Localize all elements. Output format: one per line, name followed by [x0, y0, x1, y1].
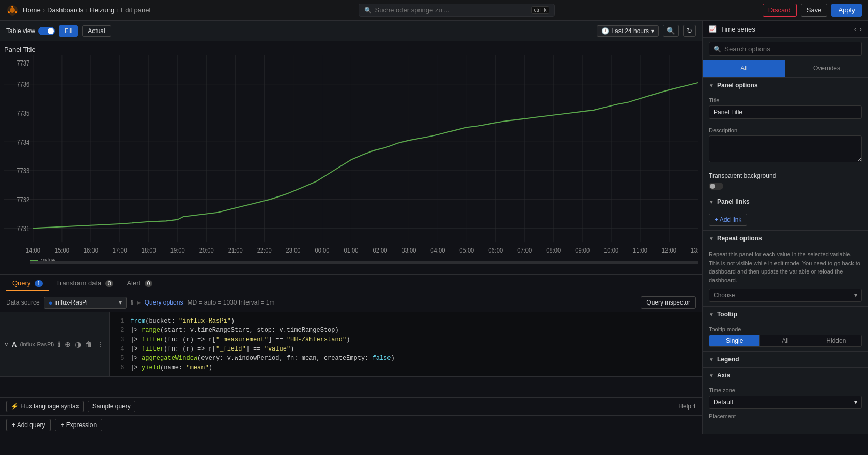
query-inspector-button[interactable]: Query inspector: [641, 296, 696, 309]
tooltip-header[interactable]: ▼ Tooltip: [703, 307, 868, 322]
flux-syntax-button[interactable]: ⚡ Flux language syntax: [6, 401, 84, 412]
tooltip-section: ▼ Tooltip Tooltip mode Single All Hidden: [703, 307, 868, 352]
svg-text:04:00: 04:00: [430, 247, 445, 254]
query-action-copy[interactable]: ⊕: [64, 339, 72, 350]
svg-text:01:00: 01:00: [344, 247, 359, 254]
svg-text:05:00: 05:00: [459, 247, 474, 254]
svg-text:21:00: 21:00: [228, 247, 243, 254]
tab-query[interactable]: Query 1: [6, 276, 49, 291]
repeat-variable-select[interactable]: Choose ▾: [709, 289, 862, 302]
tooltip-hidden-button[interactable]: Hidden: [811, 335, 861, 346]
svg-text:20:00: 20:00: [199, 247, 214, 254]
discard-button[interactable]: Discard: [763, 4, 797, 17]
svg-text:7735: 7735: [17, 110, 29, 117]
chevron-down-icon: ▾: [651, 27, 654, 35]
zoom-button[interactable]: 🔍: [663, 25, 679, 37]
tooltip-single-button[interactable]: Single: [709, 335, 760, 346]
add-link-button[interactable]: + Add link: [709, 214, 747, 226]
svg-text:17:00: 17:00: [113, 247, 127, 254]
query-options-link[interactable]: Query options: [145, 299, 183, 306]
svg-text:07:00: 07:00: [517, 247, 532, 254]
tz-label: Time zone: [709, 387, 862, 393]
actual-button[interactable]: Actual: [82, 25, 111, 37]
query-row-a: ∨ A (influx-RasPi) ℹ ⊕ ◑ 🗑 ⋮ 1: [0, 312, 702, 377]
flux-icon: ⚡: [11, 403, 19, 410]
info-icon[interactable]: ℹ: [131, 299, 133, 307]
repeat-options-header[interactable]: ▼ Repeat options: [703, 231, 868, 246]
fill-button[interactable]: Fill: [59, 25, 78, 37]
tz-chevron-icon: ▾: [854, 399, 857, 406]
legend-header[interactable]: ▼ Legend: [703, 352, 868, 367]
tooltip-all-button[interactable]: All: [760, 335, 811, 346]
breadcrumb-heizung[interactable]: Heizung: [89, 6, 114, 14]
tz-value: Default: [714, 399, 733, 406]
search-icon: 🔍: [364, 7, 372, 14]
tooltip-mode-selector: Single All Hidden: [709, 335, 862, 347]
svg-point-3: [15, 11, 17, 13]
svg-text:15:00: 15:00: [55, 247, 69, 254]
legend-color-swatch: [30, 260, 38, 261]
description-textarea[interactable]: [709, 135, 862, 162]
help-link[interactable]: Help ℹ: [678, 403, 696, 410]
search-input[interactable]: [375, 6, 529, 14]
panel-type-icon: 📈: [709, 25, 717, 33]
tab-transform[interactable]: Transform data 0: [50, 276, 120, 291]
query-action-info[interactable]: ℹ: [57, 339, 61, 350]
options-search-wrap: 🔍: [703, 38, 868, 60]
apply-button[interactable]: Apply: [831, 4, 862, 17]
title-field: Title: [703, 93, 868, 123]
svg-text:7733: 7733: [17, 167, 29, 175]
panel-options-header[interactable]: ▼ Panel options: [703, 78, 868, 93]
svg-text:00:00: 00:00: [315, 247, 330, 254]
tab-overrides[interactable]: Overrides: [785, 60, 868, 77]
repeat-options-chevron: ▼: [709, 236, 714, 241]
title-input[interactable]: [709, 105, 862, 119]
transform-badge: 0: [105, 280, 114, 287]
time-range-picker[interactable]: 🕐 Last 24 hours ▾: [597, 25, 659, 37]
tooltip-body: Tooltip mode Single All Hidden: [703, 322, 868, 351]
datasource-label: Data source: [6, 299, 40, 306]
svg-text:7731: 7731: [17, 225, 29, 233]
add-query-button[interactable]: + Add query: [6, 419, 51, 431]
query-action-delete[interactable]: 🗑: [84, 339, 94, 350]
breadcrumb: Home › Dashboards › Heizung › Edit panel: [23, 6, 150, 14]
save-button[interactable]: Save: [801, 4, 828, 17]
global-search[interactable]: 🔍 ctrl+k: [359, 4, 555, 17]
add-expression-button[interactable]: + Expression: [55, 419, 102, 431]
breadcrumb-home[interactable]: Home: [23, 6, 41, 14]
timezone-select[interactable]: Default ▾: [709, 396, 862, 409]
breadcrumb-dashboards[interactable]: Dashboards: [47, 6, 83, 14]
sample-query-button[interactable]: Sample query: [88, 401, 135, 412]
panel-title: Panel Title: [4, 46, 698, 53]
panel-container: Panel Title: [0, 41, 702, 274]
collapse-button[interactable]: ∨: [4, 341, 9, 348]
panel-type-chevron-left[interactable]: ‹: [854, 25, 857, 33]
tab-alert[interactable]: Alert 0: [120, 276, 159, 291]
svg-text:13:00: 13:00: [691, 247, 698, 254]
transparent-bg-toggle[interactable]: [709, 183, 723, 190]
axis-header[interactable]: ▼ Axis: [703, 368, 868, 383]
help-icon: ℹ: [693, 403, 696, 410]
datasource-name: influx-RasPi: [55, 299, 88, 306]
legend-title: Legend: [717, 356, 739, 363]
query-action-toggle[interactable]: ◑: [74, 339, 82, 350]
table-view-label: Table view: [6, 27, 35, 35]
bottom-bar: + Add query + Expression: [0, 415, 702, 434]
tooltip-mode-label: Tooltip mode: [709, 326, 862, 332]
refresh-button[interactable]: ↻: [683, 25, 696, 37]
chart-svg: 7731 7732 7733 7734 7735 7736 7737 14:00…: [4, 55, 698, 264]
table-view-toggle[interactable]: [38, 27, 55, 35]
search-options-icon: 🔍: [714, 46, 721, 53]
tab-all[interactable]: All: [703, 60, 785, 77]
tooltip-title: Tooltip: [717, 311, 737, 318]
datasource-select[interactable]: ● influx-RasPi ▾: [44, 297, 127, 309]
panel-links-header[interactable]: ▼ Panel links: [703, 194, 868, 209]
top-nav: Home › Dashboards › Heizung › Edit panel…: [0, 0, 868, 21]
panel-type-chevron-right[interactable]: ›: [859, 25, 862, 33]
description-label: Description: [709, 127, 862, 133]
options-search-input[interactable]: [724, 45, 857, 53]
query-action-menu[interactable]: ⋮: [96, 339, 105, 350]
chart-scrollbar[interactable]: [30, 261, 698, 264]
code-editor[interactable]: 1 from(bucket: "influx-RasPi") 2 |> rang…: [110, 312, 702, 376]
options-search[interactable]: 🔍: [709, 42, 862, 56]
